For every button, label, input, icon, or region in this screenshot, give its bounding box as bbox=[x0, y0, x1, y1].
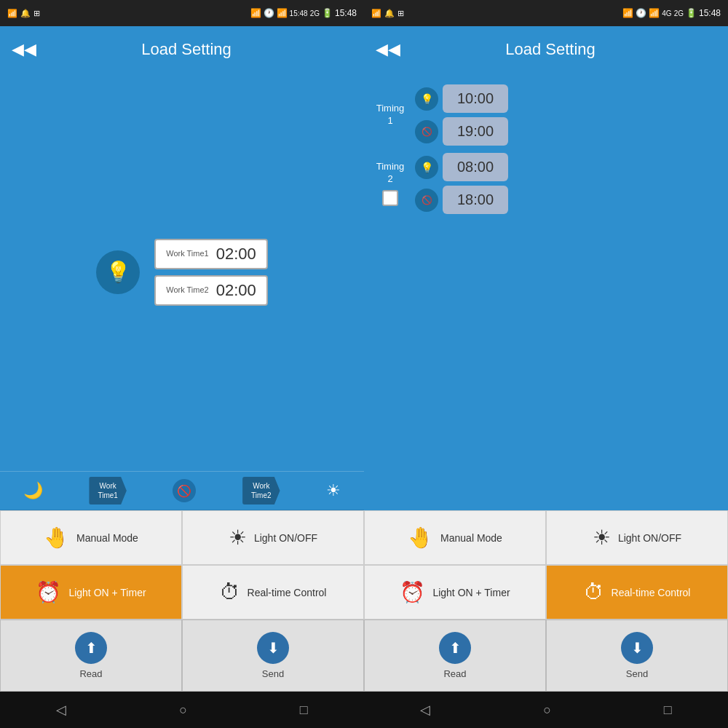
nav-bar-right: ◁ ○ □ bbox=[364, 692, 728, 728]
2g-label: 2G bbox=[310, 9, 320, 17]
send-label-right: Send bbox=[626, 668, 648, 679]
battery-icon: 🔋 bbox=[322, 8, 333, 18]
work-time-1-value: 02:00 bbox=[216, 245, 256, 264]
mode-area-left: 🤚 Manual Mode ☀ Light ON/OFF ⏰ Light ON … bbox=[0, 510, 364, 620]
work-time-1-box[interactable]: Work Time1 02:00 bbox=[154, 239, 268, 269]
timing-2-on-value[interactable]: 08:00 bbox=[443, 153, 508, 181]
timing-2-row: Timing2 💡 08:00 🚫 18:00 bbox=[371, 153, 721, 214]
tab-light-off[interactable]: 🚫 bbox=[173, 479, 196, 502]
download-icon-right: ⬇ bbox=[621, 632, 653, 664]
status-bar-right: 📶 🔔 ⊞ 📶 🕐 📶 4G 2G 🔋 15:48 bbox=[364, 0, 728, 26]
panel-right: 📶 🔔 ⊞ 📶 🕐 📶 4G 2G 🔋 15:48 ◀◀ Load Settin… bbox=[364, 0, 728, 728]
alarm-icon: 🔔 bbox=[20, 9, 31, 18]
read-label-right: Read bbox=[443, 668, 466, 679]
timing-2-off: 🚫 18:00 bbox=[415, 186, 721, 214]
back-nav-right[interactable]: ◁ bbox=[408, 696, 442, 724]
no-light-icon: 🚫 bbox=[173, 479, 196, 502]
timing-1-off: 🚫 19:00 bbox=[415, 117, 721, 146]
timing-1-off-value[interactable]: 19:00 bbox=[443, 117, 508, 146]
stopwatch-icon-left: ⏱ bbox=[220, 580, 240, 604]
home-nav-left[interactable]: ○ bbox=[167, 697, 199, 724]
light-off-icon-t1: 🚫 bbox=[415, 120, 438, 143]
wifi-icon-r: 📶 bbox=[622, 8, 633, 18]
work-time-area: 💡 Work Time1 02:00 Work Time2 02:00 bbox=[0, 73, 364, 471]
work-time-2-box[interactable]: Work Time2 02:00 bbox=[154, 275, 268, 306]
light-onoff-label-left: Light ON/OFF bbox=[254, 532, 317, 544]
realtime-btn-right[interactable]: ⏱ Real-time Control bbox=[546, 565, 728, 620]
page-title-left: Load Setting bbox=[45, 40, 328, 59]
tab-work-time2[interactable]: WorkTime2 bbox=[242, 477, 280, 505]
download-icon-left: ⬇ bbox=[257, 632, 289, 664]
tab-bar-left: 🌙 WorkTime1 🚫 WorkTime2 ☀ bbox=[0, 471, 364, 510]
signal2-icon: 📶 bbox=[277, 8, 288, 18]
send-btn-left[interactable]: ⬇ Send bbox=[182, 620, 364, 692]
wifi-icon: 📶 bbox=[250, 8, 261, 18]
tab-moon[interactable]: 🌙 bbox=[23, 481, 43, 500]
timing-2-entries: 💡 08:00 🚫 18:00 bbox=[415, 153, 721, 214]
read-btn-left[interactable]: ⬆ Read bbox=[0, 620, 182, 692]
light-timer-btn-right[interactable]: ⏰ Light ON + Timer bbox=[364, 565, 546, 620]
send-label-left: Send bbox=[262, 668, 284, 679]
work-time-2-value: 02:00 bbox=[216, 281, 256, 300]
4g-label-r: 4G bbox=[662, 9, 671, 17]
status-right-icons: 📶 🕐 📶 15:48 2G 🔋 15:48 bbox=[250, 8, 357, 18]
timing-1-on: 💡 10:00 bbox=[415, 84, 721, 113]
send-btn-right[interactable]: ⬇ Send bbox=[546, 620, 728, 692]
page-title-right: Load Setting bbox=[409, 40, 692, 59]
upload-icon-left: ⬆ bbox=[75, 632, 107, 664]
recent-nav-left[interactable]: □ bbox=[288, 697, 320, 724]
timer-icon-right: ⏰ bbox=[400, 580, 425, 604]
clock-icon-r: 🕐 bbox=[636, 8, 646, 18]
timing-2-on: 💡 08:00 bbox=[415, 153, 721, 181]
home-nav-right[interactable]: ○ bbox=[531, 697, 563, 724]
realtime-btn-left[interactable]: ⏱ Real-time Control bbox=[182, 565, 364, 620]
upload-icon-right: ⬆ bbox=[439, 632, 471, 664]
timing-2-checkbox[interactable] bbox=[382, 190, 398, 206]
header-left: ◀◀ Load Setting bbox=[0, 26, 364, 73]
realtime-label-right: Real-time Control bbox=[612, 587, 691, 598]
timing-1-on-value[interactable]: 10:00 bbox=[443, 84, 508, 113]
light-on-icon-t1: 💡 bbox=[415, 87, 438, 111]
clock-icon: 🕐 bbox=[264, 8, 274, 18]
signal-icon: 📶 bbox=[7, 9, 17, 18]
grid-icon: ⊞ bbox=[33, 9, 40, 18]
2g-label-r: 2G bbox=[674, 9, 684, 17]
status-left-icons: 📶 🔔 ⊞ bbox=[7, 9, 40, 18]
manual-mode-label-left: Manual Mode bbox=[76, 532, 138, 544]
back-button-right[interactable]: ◀◀ bbox=[376, 40, 400, 59]
timing-2-off-value[interactable]: 18:00 bbox=[443, 186, 508, 214]
light-onoff-btn-left[interactable]: ☀ Light ON/OFF bbox=[182, 510, 364, 565]
light-onoff-btn-right[interactable]: ☀ Light ON/OFF bbox=[546, 510, 728, 565]
light-timer-label-left: Light ON + Timer bbox=[68, 587, 146, 598]
recent-nav-right[interactable]: □ bbox=[652, 697, 684, 724]
read-btn-right[interactable]: ⬆ Read bbox=[364, 620, 546, 692]
sun-icon-left: ☀ bbox=[229, 526, 247, 550]
battery-icon-r: 🔋 bbox=[686, 8, 697, 18]
light-timer-btn-left[interactable]: ⏰ Light ON + Timer bbox=[0, 565, 182, 620]
back-nav-left[interactable]: ◁ bbox=[44, 696, 78, 724]
timer-icon-left: ⏰ bbox=[36, 580, 61, 604]
mode-area-right: 🤚 Manual Mode ☀ Light ON/OFF ⏰ Light ON … bbox=[364, 510, 728, 620]
manual-mode-btn-right[interactable]: 🤚 Manual Mode bbox=[364, 510, 546, 565]
signal2-icon-r: 📶 bbox=[649, 8, 660, 18]
4g-label: 15:48 bbox=[290, 9, 308, 17]
status-right-right-icons: 📶 🕐 📶 4G 2G 🔋 15:48 bbox=[622, 8, 721, 18]
work-time-boxes: Work Time1 02:00 Work Time2 02:00 bbox=[154, 239, 268, 306]
tab-work-time1[interactable]: WorkTime1 bbox=[89, 477, 126, 505]
hand-icon-left: 🤚 bbox=[44, 526, 69, 550]
realtime-label-left: Real-time Control bbox=[248, 587, 327, 598]
light-timer-label-right: Light ON + Timer bbox=[432, 587, 510, 598]
status-right-left-icons: 📶 🔔 ⊞ bbox=[371, 9, 404, 18]
grid-icon-r: ⊞ bbox=[397, 9, 404, 18]
back-button-left[interactable]: ◀◀ bbox=[12, 40, 36, 59]
read-label-left: Read bbox=[79, 668, 102, 679]
timing-2-label: Timing2 bbox=[371, 161, 409, 186]
work-time-1-label: Work Time1 bbox=[166, 249, 208, 258]
work-time-2-label: Work Time2 bbox=[166, 285, 208, 295]
tab-sun[interactable]: ☀ bbox=[326, 481, 341, 500]
manual-mode-btn-left[interactable]: 🤚 Manual Mode bbox=[0, 510, 182, 565]
timing-1-entries: 💡 10:00 🚫 19:00 bbox=[415, 84, 721, 146]
panel-left: 📶 🔔 ⊞ 📶 🕐 📶 15:48 2G 🔋 15:48 ◀◀ Load Set… bbox=[0, 0, 364, 728]
hand-icon-right: 🤚 bbox=[408, 526, 433, 550]
timing-area: Timing1 💡 10:00 🚫 19:00 Timing2 bbox=[364, 73, 728, 510]
